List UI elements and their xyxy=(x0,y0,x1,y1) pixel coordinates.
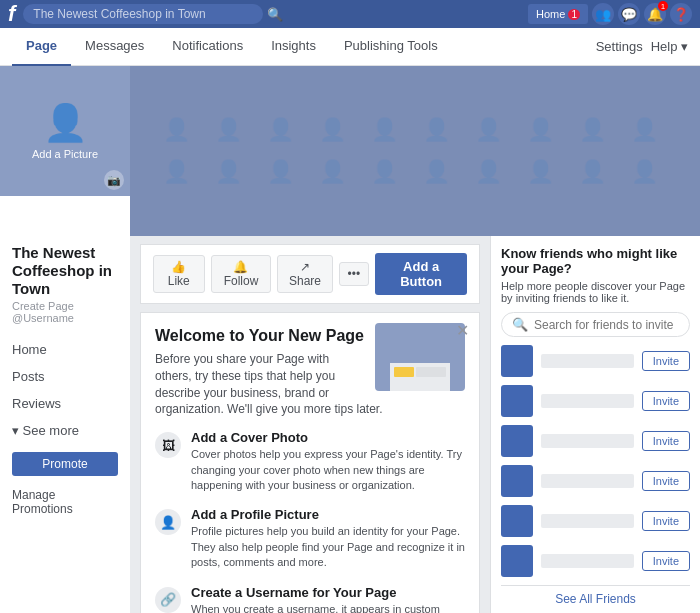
add-button[interactable]: Add a Button xyxy=(375,253,467,295)
friend-row: Invite xyxy=(501,545,690,577)
wm-icon: 👤 xyxy=(371,159,407,185)
notifications-icon-button[interactable]: 🔔 1 xyxy=(644,3,666,25)
friend-row: Invite xyxy=(501,345,690,377)
step-profile-picture-desc: Profile pictures help you build an ident… xyxy=(191,524,465,570)
tab-publishing-tools[interactable]: Publishing Tools xyxy=(330,28,452,66)
follow-button[interactable]: 🔔 Follow xyxy=(211,255,272,293)
page-username[interactable]: Create Page @Username xyxy=(12,300,118,324)
header-row: 👤 Add a Picture 📷 👤 👤 👤 👤 👤 👤 👤 👤 👤 👤 👤 … xyxy=(0,66,700,236)
invite-button[interactable]: Invite xyxy=(642,471,690,491)
right-sidebar: Know friends who might like your Page? H… xyxy=(490,236,700,613)
wm-icon: 👤 xyxy=(527,159,563,185)
help-icon-button[interactable]: ❓ xyxy=(670,3,692,25)
wm-icon: 👤 xyxy=(527,117,563,143)
friends-search-input[interactable] xyxy=(534,318,679,332)
invite-button[interactable]: Invite xyxy=(642,511,690,531)
cover-photo-area[interactable]: 👤 👤 👤 👤 👤 👤 👤 👤 👤 👤 👤 👤 👤 👤 👤 👤 👤 👤 👤 👤 xyxy=(130,66,700,236)
wm-icon: 👤 xyxy=(319,159,355,185)
friends-suggestion-subtitle: Help more people discover your Page by i… xyxy=(501,280,690,304)
friend-row: Invite xyxy=(501,385,690,417)
add-profile-picture[interactable]: 👤 Add a Picture 📷 xyxy=(0,66,130,196)
like-button[interactable]: 👍 Like xyxy=(153,255,205,293)
friend-avatar xyxy=(501,505,533,537)
step-cover-photo-title: Add a Cover Photo xyxy=(191,430,465,445)
sidebar-item-reviews[interactable]: Reviews xyxy=(0,390,130,417)
friend-name xyxy=(541,554,634,568)
sidebar-item-home[interactable]: Home xyxy=(0,336,130,363)
wm-icon: 👤 xyxy=(371,117,407,143)
step-cover-photo-desc: Cover photos help you express your Page'… xyxy=(191,447,465,493)
close-button[interactable]: ✕ xyxy=(456,321,469,340)
wm-icon: 👤 xyxy=(267,117,303,143)
step-profile-picture: 👤 Add a Profile Picture Profile pictures… xyxy=(155,507,465,570)
top-nav-right: Home 1 👥 💬 🔔 1 ❓ xyxy=(528,3,692,25)
friend-row: Invite xyxy=(501,425,690,457)
cover-photo-icon: 🖼 xyxy=(155,432,181,458)
invite-button[interactable]: Invite xyxy=(642,351,690,371)
share-button[interactable]: ↗ Share xyxy=(277,255,332,293)
page-navigation: Page Messages Notifications Insights Pub… xyxy=(0,28,700,66)
wm-icon: 👤 xyxy=(579,159,615,185)
friend-row: Invite xyxy=(501,505,690,537)
search-icon: 🔍 xyxy=(267,7,283,22)
messages-icon-button[interactable]: 💬 xyxy=(618,3,640,25)
promote-button[interactable]: Promote xyxy=(12,452,118,476)
step-profile-picture-content: Add a Profile Picture Profile pictures h… xyxy=(191,507,465,570)
wm-icon: 👤 xyxy=(423,117,459,143)
invite-button[interactable]: Invite xyxy=(642,431,690,451)
messages-icon: 💬 xyxy=(621,7,637,22)
tab-notifications[interactable]: Notifications xyxy=(158,28,257,66)
page-title: The Newest Coffeeshop in Town xyxy=(12,244,118,298)
step-username-content: Create a Username for Your Page When you… xyxy=(191,585,465,613)
friend-name xyxy=(541,354,634,368)
tab-messages[interactable]: Messages xyxy=(71,28,158,66)
invite-button[interactable]: Invite xyxy=(642,551,690,571)
search-icon: 🔍 xyxy=(512,317,528,332)
help-link[interactable]: Help ▾ xyxy=(651,39,688,54)
action-bar: 👍 Like 🔔 Follow ↗ Share ••• Add a Button xyxy=(140,244,480,304)
wm-icon: 👤 xyxy=(631,159,667,185)
top-navigation: f 🔍 Home 1 👥 💬 🔔 1 ❓ xyxy=(0,0,700,28)
friend-avatar xyxy=(501,345,533,377)
page-layout: The Newest Coffeeshop in Town Create Pag… xyxy=(0,236,700,613)
friends-icon-button[interactable]: 👥 xyxy=(592,3,614,25)
friend-avatar xyxy=(501,545,533,577)
friends-search-box[interactable]: 🔍 xyxy=(501,312,690,337)
step-cover-photo: 🖼 Add a Cover Photo Cover photos help yo… xyxy=(155,430,465,493)
step-cover-photo-content: Add a Cover Photo Cover photos help you … xyxy=(191,430,465,493)
wm-icon: 👤 xyxy=(475,159,511,185)
tab-page[interactable]: Page xyxy=(12,28,71,66)
friend-avatar xyxy=(501,385,533,417)
add-picture-label: Add a Picture xyxy=(32,148,98,160)
invite-button[interactable]: Invite xyxy=(642,391,690,411)
profile-picture-area[interactable]: 👤 Add a Picture 📷 xyxy=(0,66,130,236)
friend-row: Invite xyxy=(501,465,690,497)
friends-suggestion-title: Know friends who might like your Page? xyxy=(501,246,690,276)
sidebar-item-posts[interactable]: Posts xyxy=(0,363,130,390)
wm-icon: 👤 xyxy=(163,117,199,143)
tab-insights[interactable]: Insights xyxy=(257,28,330,66)
welcome-steps: 🖼 Add a Cover Photo Cover photos help yo… xyxy=(155,430,465,613)
manage-promotions-link[interactable]: Manage Promotions xyxy=(0,484,130,520)
more-actions-button[interactable]: ••• xyxy=(339,262,370,286)
wm-icon: 👤 xyxy=(423,159,459,185)
left-sidebar: The Newest Coffeeshop in Town Create Pag… xyxy=(0,236,130,613)
notification-badge: 1 xyxy=(658,1,668,11)
friend-name xyxy=(541,394,634,408)
step-username-title: Create a Username for Your Page xyxy=(191,585,465,600)
friend-name xyxy=(541,474,634,488)
wm-icon: 👤 xyxy=(631,117,667,143)
left-navigation: Home Posts Reviews ▾ See more xyxy=(0,336,130,444)
welcome-box: ✕ Welcome to Your New Page Before you sh… xyxy=(140,312,480,613)
sidebar-see-more[interactable]: ▾ See more xyxy=(0,417,130,444)
person-icon: 👤 xyxy=(43,102,88,144)
see-all-friends-link[interactable]: See All Friends xyxy=(501,585,690,612)
page-nav-right: Settings Help ▾ xyxy=(596,39,688,54)
search-input[interactable] xyxy=(23,4,263,24)
friend-name xyxy=(541,434,634,448)
wm-icon: 👤 xyxy=(475,117,511,143)
friend-name xyxy=(541,514,634,528)
facebook-logo: f xyxy=(8,1,15,27)
settings-link[interactable]: Settings xyxy=(596,39,643,54)
home-button[interactable]: Home 1 xyxy=(528,4,588,24)
